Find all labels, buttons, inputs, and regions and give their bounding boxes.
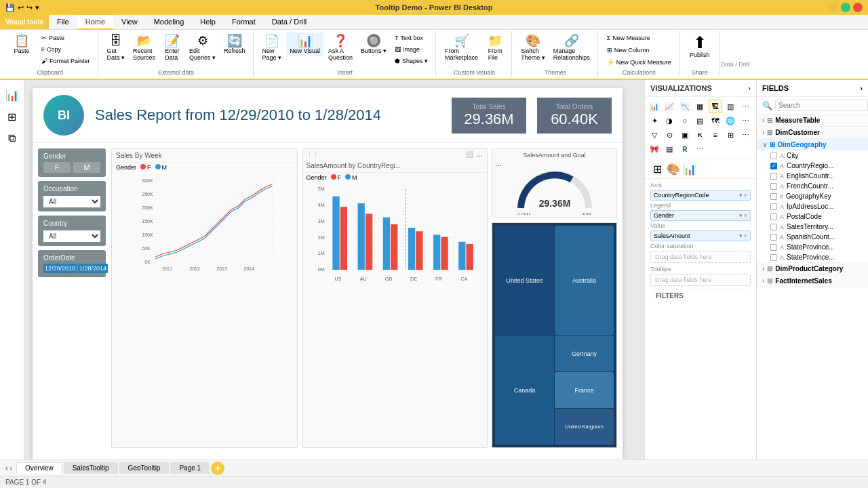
field-item-countryregion[interactable]: ✓ A CountryRegio... — [757, 161, 868, 171]
viz-icon-more1[interactable]: ⋯ — [739, 100, 753, 113]
viz-format-icon[interactable]: 🎨 — [667, 162, 680, 176]
viz-icon-line[interactable]: 📈 — [663, 100, 676, 113]
undo-icon[interactable]: ↩ — [18, 3, 24, 12]
field-item-englishcountr[interactable]: A EnglishCountr... — [757, 171, 868, 181]
tab-help[interactable]: Help — [192, 15, 224, 30]
viz-icon-more2[interactable]: ⋯ — [739, 114, 753, 127]
new-measure-button[interactable]: Σ New Measure — [604, 33, 654, 43]
field-item-stateprovince1[interactable]: A StateProvince... — [757, 242, 868, 252]
factinternetsales-header[interactable]: › ⊞ FactInternetSales — [757, 275, 868, 287]
report-view-icon[interactable]: 📊 — [3, 85, 22, 104]
cut-button[interactable]: ✂ Paste — [38, 33, 94, 43]
viz-icon-column-selected[interactable]: 🏗 — [709, 100, 722, 113]
tab-file[interactable]: File — [49, 15, 77, 30]
viz-icon-treemap[interactable]: ▤ — [693, 114, 707, 127]
viz-icon-filled-map[interactable]: 🌐 — [724, 114, 737, 127]
geographykey-checkbox[interactable] — [770, 193, 777, 200]
minimize-button[interactable] — [829, 3, 838, 12]
viz-icon-gauge[interactable]: ⊙ — [663, 128, 676, 142]
fields-search-input[interactable] — [775, 100, 868, 111]
viz-icon-stacked-bar[interactable]: ▦ — [693, 100, 707, 113]
viz-icon-area[interactable]: 📉 — [678, 100, 692, 113]
page-tab-salestooltip[interactable]: SalesTooltip — [64, 462, 118, 474]
refresh-button[interactable]: 🔄 Refresh — [220, 33, 249, 56]
bar-chart-more-icon[interactable]: … — [476, 150, 483, 158]
field-item-salesterritory[interactable]: A SalesTerritory... — [757, 222, 868, 232]
field-item-geographykey[interactable]: # GeographyKey — [757, 191, 868, 201]
buttons-button[interactable]: 🔘 Buttons ▾ — [357, 33, 390, 56]
field-item-ipaddress[interactable]: A IpAddressLoc... — [757, 201, 868, 211]
manage-relationships-button[interactable]: 🔗 ManageRelationships — [550, 33, 593, 63]
field-item-city[interactable]: A City — [757, 150, 868, 161]
new-page-button[interactable]: 📄 NewPage ▾ — [259, 33, 285, 63]
viz-icon-stacked-col[interactable]: ▥ — [724, 100, 737, 113]
redo-icon[interactable]: ↪ — [26, 3, 33, 12]
dimcustomer-header[interactable]: › ⊞ DimCustomer — [757, 127, 868, 138]
save-icon[interactable]: 💾 — [5, 3, 15, 12]
field-item-frenchcountr[interactable]: A FrenchCountr... — [757, 181, 868, 191]
add-page-button[interactable]: + — [211, 462, 224, 475]
frenchcountr-checkbox[interactable] — [770, 183, 777, 190]
ipaddress-checkbox[interactable] — [770, 203, 777, 210]
bar-chart-expand-icon[interactable]: ⬜ — [465, 150, 473, 158]
page-prev-arrow[interactable]: ‹ — [5, 464, 8, 473]
image-button[interactable]: 🖼 Image — [391, 44, 431, 55]
maximize-button[interactable] — [841, 3, 850, 12]
tab-modeling[interactable]: Modeling — [146, 15, 193, 30]
viz-icon-table[interactable]: ⊞ — [724, 128, 737, 142]
new-quick-measure-button[interactable]: ⚡ New Quick Measure — [604, 57, 675, 68]
paste-button[interactable]: 📋 Paste — [7, 33, 37, 56]
page-tab-page1[interactable]: Page 1 — [170, 462, 210, 474]
viz-icon-more4[interactable]: ⋯ — [693, 142, 707, 156]
page-next-arrow[interactable]: › — [9, 464, 12, 473]
model-view-icon[interactable]: ⧉ — [3, 129, 22, 148]
tab-home[interactable]: Home — [77, 15, 113, 30]
viz-icon-waterfall[interactable]: ▤ — [663, 142, 676, 156]
axis-remove-button[interactable]: ▾ — [739, 192, 743, 199]
viz-icon-bar[interactable]: 📊 — [648, 100, 661, 113]
value-remove-button[interactable]: ▾ — [739, 232, 743, 239]
englishcountr-checkbox[interactable] — [770, 173, 777, 180]
gender-m-button[interactable]: M — [73, 162, 100, 173]
measuretable-header[interactable]: › ⊞ MeasureTable — [757, 115, 868, 126]
viz-icon-card[interactable]: ▣ — [678, 128, 692, 142]
viz-icon-kpi[interactable]: K — [693, 128, 707, 142]
viz-icon-r[interactable]: R — [678, 142, 692, 156]
format-painter-button[interactable]: 🖌 Format Painter — [38, 56, 94, 66]
field-item-spanishcount[interactable]: A SpanishCount... — [757, 232, 868, 242]
viz-icon-scatter[interactable]: ✦ — [648, 114, 661, 127]
salesterritory-checkbox[interactable] — [770, 224, 777, 230]
viz-icon-funnel[interactable]: ▽ — [648, 128, 661, 142]
dimproductcategory-header[interactable]: › ⊞ DimProductCategory — [757, 263, 868, 274]
viz-icon-map[interactable]: 🗺 — [709, 114, 722, 127]
city-checkbox[interactable] — [770, 152, 777, 159]
viz-icon-ribbon[interactable]: 🎀 — [648, 142, 661, 156]
viz-icon-more3[interactable]: ⋯ — [739, 128, 753, 142]
from-file-button[interactable]: 📁 FromFile — [483, 33, 507, 63]
copy-button[interactable]: ⎘ Copy — [38, 44, 94, 55]
countryregion-checkbox[interactable]: ✓ — [770, 163, 777, 169]
tooltips-drag-area[interactable]: Drag data fields here — [650, 274, 751, 286]
page-tab-geotooltip[interactable]: GeoTooltip — [119, 462, 170, 474]
field-item-postalcode[interactable]: A PostalCode — [757, 211, 868, 222]
text-box-button[interactable]: T Text box — [391, 33, 431, 43]
viz-icon-pie[interactable]: ◑ — [663, 114, 676, 127]
legend-close-button[interactable]: × — [744, 212, 747, 219]
spanishcount-checkbox[interactable] — [770, 234, 777, 241]
ask-question-button[interactable]: ❓ Ask AQuestion — [325, 33, 356, 63]
viz-icon-donut[interactable]: ○ — [678, 114, 692, 127]
new-visual-button[interactable]: 📊 New Visual — [286, 33, 323, 56]
switch-theme-button[interactable]: 🎨 SwitchTheme ▾ — [517, 33, 549, 63]
axis-close-button[interactable]: × — [744, 192, 747, 199]
tab-format[interactable]: Format — [224, 15, 264, 30]
dimgeography-header[interactable]: ∨ ⊞ DimGeography — [757, 139, 868, 150]
page-tab-overview[interactable]: Overview — [16, 462, 62, 474]
date-start-button[interactable]: 12/29/2010 — [43, 264, 77, 273]
occupation-select[interactable]: All — [43, 196, 100, 207]
gauge-more-icon[interactable]: … — [495, 160, 502, 167]
recent-sources-button[interactable]: 📂 RecentSources — [130, 33, 159, 63]
color-saturation-drag-area[interactable]: Drag data fields here — [650, 251, 751, 263]
new-column-button[interactable]: ⊞ New Column — [604, 45, 653, 56]
date-end-button[interactable]: 1/28/2014 — [78, 264, 108, 273]
bar-chart-drag-handle[interactable]: ⋮⋮ — [307, 151, 319, 158]
